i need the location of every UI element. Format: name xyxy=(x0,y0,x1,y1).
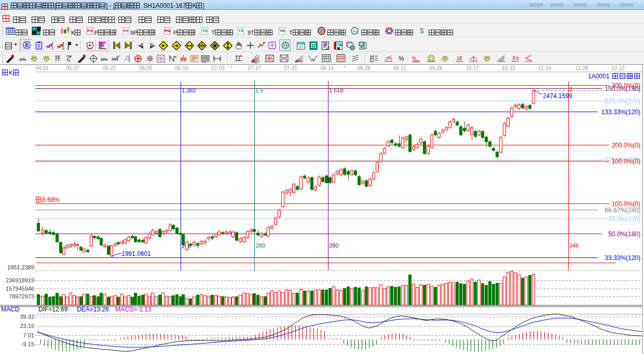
svg-text:n²: n² xyxy=(116,55,120,59)
svg-text:F: F xyxy=(513,56,516,61)
svg-text:DIF=12.69: DIF=12.69 xyxy=(38,306,68,313)
svg-text:10-31: 10-31 xyxy=(502,65,515,71)
svg-text:123: 123 xyxy=(202,60,207,63)
svg-text:MACD=-1.13: MACD=-1.13 xyxy=(115,306,152,313)
svg-text:1$: 1$ xyxy=(457,56,462,61)
svg-text:9: 9 xyxy=(62,47,64,50)
svg-text:50.0%(180): 50.0%(180) xyxy=(608,230,640,238)
svg-text:10-17: 10-17 xyxy=(465,65,479,71)
svg-text:200.0%(0): 200.0%(0) xyxy=(612,142,640,149)
svg-text:MACD: MACD xyxy=(1,306,20,313)
svg-text:09-26: 09-26 xyxy=(429,65,443,71)
svg-text:2: 2 xyxy=(569,86,572,92)
svg-text:8.68%: 8.68% xyxy=(42,196,60,203)
svg-text:%: % xyxy=(412,56,416,61)
svg-text:07-03: 07-03 xyxy=(211,65,225,71)
svg-text:7%: 7% xyxy=(386,56,392,61)
svg-text:DEA=13.26: DEA=13.26 xyxy=(77,306,109,313)
svg-text:07-31: 07-31 xyxy=(284,65,297,71)
svg-text:3: 3 xyxy=(51,47,53,50)
svg-text:23.16: 23.16 xyxy=(20,323,34,329)
svg-text:78972973: 78972973 xyxy=(9,293,34,299)
svg-text:08-28: 08-28 xyxy=(357,65,371,71)
svg-text:06-19: 06-19 xyxy=(175,65,188,71)
svg-text:7.01: 7.01 xyxy=(23,332,34,338)
svg-text:%: % xyxy=(399,55,404,62)
svg-text:1991.0601: 1991.0601 xyxy=(121,250,151,257)
svg-text:09-12: 09-12 xyxy=(393,65,406,71)
svg-text:12-12: 12-12 xyxy=(611,65,625,71)
svg-text:33.33%(120): 33.33%(120) xyxy=(605,254,640,262)
svg-text:1A0001: 1A0001 xyxy=(588,73,610,80)
svg-text:133.33%(120): 133.33%(120) xyxy=(601,108,640,116)
svg-text:06-05: 06-05 xyxy=(139,65,153,71)
svg-text:04-21: 04-21 xyxy=(35,65,49,71)
svg-text:1951.2389: 1951.2389 xyxy=(7,264,34,270)
svg-text:150.0%(180): 150.0%(180) xyxy=(605,85,640,92)
svg-text:1.618: 1.618 xyxy=(329,87,344,93)
svg-text:21: 21 xyxy=(299,45,304,49)
svg-text:2474.1599: 2474.1599 xyxy=(543,92,572,100)
svg-text:05-07: 05-07 xyxy=(66,65,79,71)
svg-text:275.0%(270): 275.0%(270) xyxy=(605,98,640,105)
svg-text:Big: Big xyxy=(352,30,357,33)
svg-text:07-17: 07-17 xyxy=(248,65,261,71)
svg-text:157945946: 157945946 xyxy=(6,285,34,292)
svg-text:346: 346 xyxy=(569,242,579,249)
svg-text:280: 280 xyxy=(329,242,338,249)
svg-text:260: 260 xyxy=(256,242,265,249)
svg-text:1.382: 1.382 xyxy=(182,87,196,93)
svg-text:11-14: 11-14 xyxy=(539,65,552,71)
svg-text:75.0%(270): 75.0%(270) xyxy=(608,215,640,223)
svg-text:08-14: 08-14 xyxy=(320,65,334,71)
svg-text:11-28: 11-28 xyxy=(576,65,588,71)
svg-text:100.0%(0): 100.0%(0) xyxy=(612,158,640,165)
svg-text:236918919: 236918919 xyxy=(6,277,34,283)
svg-text:05-21: 05-21 xyxy=(103,65,116,71)
svg-text:39.32: 39.32 xyxy=(20,314,34,320)
svg-text:K: K xyxy=(9,70,13,76)
svg-text:1.5: 1.5 xyxy=(255,87,263,93)
svg-text:66.67%(240): 66.67%(240) xyxy=(605,207,640,214)
svg-text:-9.15: -9.15 xyxy=(21,341,34,347)
